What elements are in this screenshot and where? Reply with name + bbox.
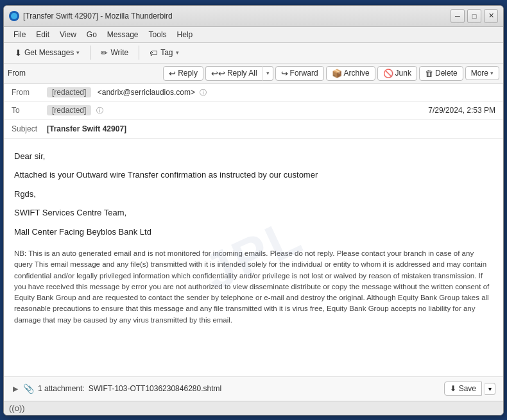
download-icon: ⬇ xyxy=(15,48,22,58)
title-bar: [Transfer Swift 42907] - Mozilla Thunder… xyxy=(4,6,503,27)
reply-button[interactable]: ↩ Reply xyxy=(163,66,203,81)
attachment-count: 1 attachment: xyxy=(38,384,85,393)
tag-icon: 🏷 xyxy=(150,48,158,58)
minimize-button[interactable]: ─ xyxy=(451,9,465,23)
forward-label: Forward xyxy=(290,69,318,78)
more-label: More xyxy=(471,69,488,78)
to-field-label: To xyxy=(12,106,47,115)
menu-tools[interactable]: Tools xyxy=(144,29,171,40)
thunderbird-icon xyxy=(9,11,19,21)
attachment-file-icon: 📎 xyxy=(23,383,34,394)
email-regards: Rgds, xyxy=(14,188,493,201)
reply-label: Reply xyxy=(178,69,198,78)
email-line1: Attached is your Outward wire Transfer c… xyxy=(14,169,493,181)
menu-go[interactable]: Go xyxy=(82,29,101,40)
status-bar: ((o)) xyxy=(4,401,503,415)
menu-edit[interactable]: Edit xyxy=(31,29,54,40)
main-toolbar: ⬇ Get Messages ▾ ✏ Write 🏷 Tag ▾ xyxy=(4,43,503,63)
recipient-name: [redacted] xyxy=(47,105,91,115)
more-dropdown-icon: ▾ xyxy=(490,70,494,76)
email-greeting: Dear sir, xyxy=(14,150,493,163)
junk-icon: 🚫 xyxy=(383,69,393,78)
delete-label: Delete xyxy=(435,69,458,78)
menu-bar: File Edit View Go Message Tools Help xyxy=(4,27,503,43)
attachment-expand-button[interactable]: ▶ xyxy=(12,383,19,394)
thunderbird-window: [Transfer Swift 42907] - Mozilla Thunder… xyxy=(3,5,504,416)
wifi-icon: ((o)) xyxy=(9,403,25,413)
save-label: Save xyxy=(459,384,476,393)
email-body: JPL Dear sir, Attached is your Outward w… xyxy=(4,139,503,376)
toolbar-separator-2 xyxy=(139,46,139,60)
attachment-right: ⬇ Save ▾ xyxy=(444,382,495,396)
close-button[interactable]: ✕ xyxy=(484,9,498,23)
menu-message[interactable]: Message xyxy=(103,29,143,40)
toolbar-separator-1 xyxy=(90,46,90,60)
email-nb: NB: This is an auto generated email and … xyxy=(14,248,493,326)
archive-button[interactable]: 📦 Archive xyxy=(326,66,375,81)
archive-icon: 📦 xyxy=(332,69,342,78)
attachment-bar: ▶ 📎 1 attachment: SWIFT-103-OTT103623084… xyxy=(4,376,503,401)
sender-email: <andrix@serriclaudios.com> xyxy=(98,88,195,97)
menu-view[interactable]: View xyxy=(55,29,81,40)
email-header: From [redacted] <andrix@serriclaudios.co… xyxy=(4,84,503,139)
sender-info-icon[interactable]: ⓘ xyxy=(200,88,207,96)
email-date: 7/29/2024, 2:53 PM xyxy=(428,106,495,115)
reply-all-label: Reply All xyxy=(227,69,257,78)
maximize-button[interactable]: □ xyxy=(467,9,481,23)
get-messages-label: Get Messages xyxy=(24,48,74,57)
archive-label: Archive xyxy=(344,69,370,78)
to-row: To [redacted] ⓘ 7/29/2024, 2:53 PM xyxy=(4,102,503,120)
window-title: [Transfer Swift 42907] - Mozilla Thunder… xyxy=(23,12,173,21)
forward-icon: ↪ xyxy=(281,69,288,78)
from-label: From xyxy=(8,69,33,78)
subject-field-label: Subject xyxy=(12,124,47,133)
save-dropdown-arrow: ▾ xyxy=(488,385,492,392)
from-value: [redacted] <andrix@serriclaudios.com> ⓘ xyxy=(47,88,495,97)
save-dropdown-button[interactable]: ▾ xyxy=(485,383,495,395)
window-controls: ─ □ ✕ xyxy=(451,9,498,23)
from-row: From [redacted] <andrix@serriclaudios.co… xyxy=(4,84,503,102)
menu-file[interactable]: File xyxy=(9,29,30,40)
junk-button[interactable]: 🚫 Junk xyxy=(377,66,417,81)
reply-all-group: ↩↩ Reply All ▾ xyxy=(205,66,273,81)
subject-value: [Transfer Swift 42907] xyxy=(47,124,495,133)
to-value: [redacted] ⓘ xyxy=(47,106,428,115)
email-body-text: Dear sir, Attached is your Outward wire … xyxy=(14,150,493,326)
delete-icon: 🗑 xyxy=(425,69,433,78)
write-label: Write xyxy=(110,48,128,57)
write-button[interactable]: ✏ Write xyxy=(95,46,134,60)
delete-button[interactable]: 🗑 Delete xyxy=(419,66,463,81)
sender-name: [redacted] xyxy=(47,87,91,97)
tag-button[interactable]: 🏷 Tag ▾ xyxy=(144,46,184,60)
save-icon: ⬇ xyxy=(450,384,456,393)
tag-dropdown-icon: ▾ xyxy=(176,49,179,56)
subject-row: Subject [Transfer Swift 42907] xyxy=(4,120,503,138)
get-messages-dropdown-icon: ▾ xyxy=(76,49,80,56)
email-team: SWIFT Services Centre Team, xyxy=(14,206,493,219)
menu-help[interactable]: Help xyxy=(173,29,198,40)
tag-label: Tag xyxy=(160,48,173,57)
reply-all-dropdown[interactable]: ▾ xyxy=(262,66,273,81)
recipient-verify-icon[interactable]: ⓘ xyxy=(96,106,103,114)
from-field-label: From xyxy=(12,88,47,97)
forward-button[interactable]: ↪ Forward xyxy=(275,66,324,81)
reply-all-button[interactable]: ↩↩ Reply All xyxy=(205,66,262,81)
get-messages-button[interactable]: ⬇ Get Messages ▾ xyxy=(9,46,85,60)
write-icon: ✏ xyxy=(101,48,108,58)
action-bar: From ↩ Reply ↩↩ Reply All ▾ ↪ Forward 📦 … xyxy=(4,63,503,84)
junk-label: Junk xyxy=(395,69,411,78)
attachment-left: ▶ 📎 1 attachment: SWIFT-103-OTT103623084… xyxy=(12,383,221,394)
attachment-filename: SWIFT-103-OTT1036230846280.shtml xyxy=(89,384,221,393)
reply-all-icon: ↩↩ xyxy=(211,69,225,78)
save-attachment-button[interactable]: ⬇ Save xyxy=(444,382,482,396)
reply-icon: ↩ xyxy=(169,69,176,78)
more-button[interactable]: More ▾ xyxy=(465,66,499,80)
reply-all-dropdown-icon: ▾ xyxy=(266,70,270,76)
email-location: Mall Center Facing Beyblos Bank Ltd xyxy=(14,226,493,239)
